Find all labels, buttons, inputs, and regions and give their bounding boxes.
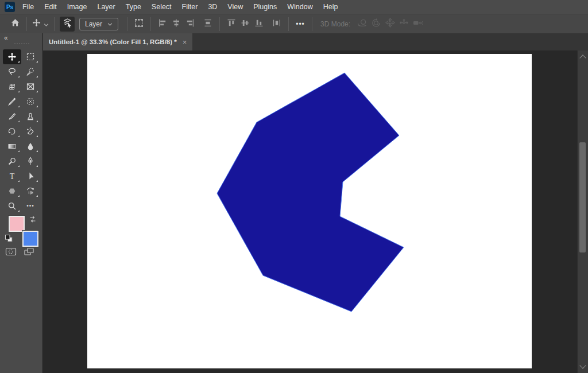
- separator: [127, 17, 127, 31]
- menu-help[interactable]: Help: [318, 0, 343, 14]
- home-button[interactable]: [9, 17, 21, 32]
- auto-select-target-dropdown[interactable]: Layer: [79, 18, 118, 30]
- menu-plugins[interactable]: Plugins: [248, 0, 282, 14]
- panel-drag-handle[interactable]: [14, 43, 29, 44]
- dodge-tool[interactable]: [3, 154, 21, 169]
- show-transform-controls-toggle[interactable]: [133, 17, 145, 32]
- transform-controls-icon: [134, 18, 144, 30]
- screen-mode-button[interactable]: [24, 247, 35, 259]
- brush-tool[interactable]: [3, 109, 21, 124]
- distribute-vertical-icon: [203, 18, 212, 30]
- align-horizontal-centers-button[interactable]: [170, 17, 183, 32]
- 3d-roll-icon: [371, 18, 381, 30]
- 3d-orbit-icon: [357, 18, 368, 30]
- panel-mode-buttons: [5, 247, 35, 259]
- scroll-down-icon[interactable]: [579, 362, 586, 368]
- history-brush-tool[interactable]: [3, 124, 21, 139]
- canvas-shape: [217, 73, 404, 312]
- menu-type[interactable]: Type: [121, 0, 146, 14]
- tools-grid: T •••: [3, 49, 40, 213]
- shape-tool[interactable]: [3, 184, 21, 199]
- ellipsis-icon: •••: [296, 21, 305, 28]
- collapse-panel-button[interactable]: «: [4, 34, 9, 41]
- quick-mask-mode-button[interactable]: [5, 247, 17, 259]
- 3d-slide-icon: [399, 18, 409, 30]
- pasteboard: [43, 50, 577, 373]
- align-vertical-centers-button[interactable]: [239, 17, 252, 32]
- align-right-edges-button[interactable]: [184, 17, 196, 32]
- default-colors-icon[interactable]: [5, 234, 13, 245]
- menu-select[interactable]: Select: [146, 0, 177, 14]
- align-left-edges-button[interactable]: [156, 17, 169, 32]
- type-tool[interactable]: T: [3, 169, 21, 184]
- document-tab-bar: Untitled-1 @ 33.3% (Color Fill 1, RGB/8)…: [43, 33, 588, 50]
- vertical-scrollbar[interactable]: [577, 50, 588, 373]
- move-tool[interactable]: [3, 49, 21, 64]
- 3d-pan-button[interactable]: [384, 17, 396, 32]
- document-tab[interactable]: Untitled-1 @ 33.3% (Color Fill 1, RGB/8)…: [43, 33, 192, 50]
- menu-edit[interactable]: Edit: [39, 0, 62, 14]
- background-color-swatch[interactable]: [22, 231, 38, 247]
- distribute-horizontal-centers-button[interactable]: [270, 17, 283, 32]
- align-vertical-centers-icon: [241, 18, 250, 30]
- separator: [26, 17, 27, 31]
- path-selection-tool[interactable]: [21, 169, 40, 184]
- separator: [288, 17, 289, 31]
- align-bottom-icon: [254, 18, 264, 30]
- canvas-artwork: [87, 54, 532, 368]
- color-swatches: [0, 215, 43, 247]
- document-canvas[interactable]: [87, 54, 532, 368]
- foreground-color-swatch[interactable]: [9, 216, 25, 232]
- menu-bar: Ps File Edit Image Layer Type Select Fil…: [0, 0, 588, 14]
- rectangular-marquee-tool[interactable]: [21, 49, 40, 64]
- target-dropdown-value: Layer: [85, 20, 102, 28]
- distribute-vertical-centers-button[interactable]: [202, 17, 214, 32]
- edit-toolbar-button[interactable]: •••: [21, 199, 40, 213]
- close-tab-icon[interactable]: ×: [183, 38, 187, 46]
- rotate-view-tool[interactable]: [21, 184, 40, 199]
- gradient-tool[interactable]: [3, 139, 21, 154]
- lasso-tool[interactable]: [3, 64, 21, 79]
- 3d-orbit-button[interactable]: [356, 17, 369, 32]
- swap-colors-icon[interactable]: [29, 215, 37, 225]
- menu-filter[interactable]: Filter: [177, 0, 203, 14]
- align-top-edges-button[interactable]: [225, 17, 238, 32]
- separator: [312, 17, 312, 31]
- more-align-options-button[interactable]: •••: [294, 17, 307, 32]
- frame-tool[interactable]: [21, 79, 40, 94]
- eraser-tool[interactable]: [21, 124, 40, 139]
- options-bar: Layer: [0, 14, 588, 33]
- auto-select-toggle[interactable]: [60, 17, 75, 32]
- document-tab-title: Untitled-1 @ 33.3% (Color Fill 1, RGB/8)…: [49, 38, 177, 45]
- eyedropper-tool[interactable]: [3, 94, 21, 109]
- menu-3d[interactable]: 3D: [203, 0, 222, 14]
- tool-preset-button[interactable]: [32, 17, 49, 32]
- align-left-icon: [158, 18, 167, 30]
- perspective-crop-tool[interactable]: [3, 79, 21, 94]
- photoshop-logo: Ps: [5, 2, 15, 12]
- scrollbar-thumb[interactable]: [579, 142, 586, 252]
- menu-file[interactable]: File: [17, 0, 39, 14]
- menu-layer[interactable]: Layer: [92, 0, 120, 14]
- 3d-pan-icon: [385, 18, 395, 30]
- 3d-slide-button[interactable]: [397, 17, 410, 32]
- move-icon: [32, 18, 41, 29]
- blur-tool[interactable]: [21, 139, 40, 154]
- 3d-camera-button[interactable]: [411, 17, 424, 32]
- zoom-tool[interactable]: [3, 199, 21, 213]
- 3d-roll-button[interactable]: [370, 17, 382, 32]
- menu-window[interactable]: Window: [282, 0, 318, 14]
- scroll-up-icon[interactable]: [579, 55, 586, 61]
- svg-text:T: T: [10, 172, 15, 181]
- align-bottom-edges-button[interactable]: [253, 17, 265, 32]
- separator: [219, 17, 220, 31]
- clone-stamp-tool[interactable]: [21, 109, 40, 124]
- menu-view[interactable]: View: [222, 0, 248, 14]
- healing-brush-tool[interactable]: [21, 94, 40, 109]
- menu-image[interactable]: Image: [62, 0, 92, 14]
- pen-tool[interactable]: [21, 154, 40, 169]
- tool-panel: «: [0, 33, 43, 373]
- separator: [150, 17, 151, 31]
- quick-selection-tool[interactable]: [21, 64, 40, 79]
- photoshop-window: Ps File Edit Image Layer Type Select Fil…: [0, 0, 588, 373]
